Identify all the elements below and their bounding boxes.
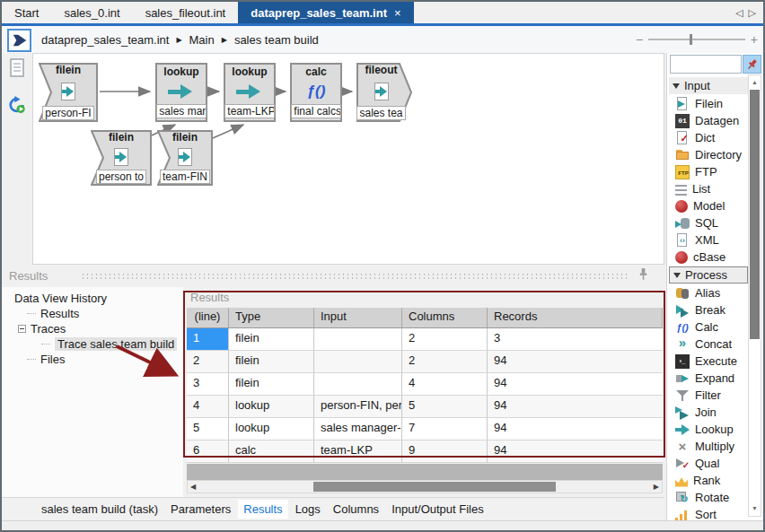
palette-item-xml[interactable]: ‹›XML [669,231,748,249]
node-filein-person-to[interactable]: filein person to [91,130,152,186]
tab-input-output-files[interactable]: Input/Output Files [386,500,489,519]
node-label: person-FI [42,106,93,120]
results-splitter[interactable]: Results [2,265,664,287]
zoom-in-icon[interactable]: + [751,32,758,47]
palette-item-datagen[interactable]: 01Datagen [669,112,748,129]
lookup-icon [168,83,195,99]
palette-item-cbase[interactable]: cBase [669,249,748,266]
close-tab-icon[interactable]: × [394,6,401,20]
selected-cell[interactable]: 1 [187,328,229,350]
pin-panel-icon[interactable] [638,267,648,281]
palette-item-ftp[interactable]: FTPFTP [669,163,748,180]
palette-item-expand[interactable]: Expand [669,370,748,387]
table-row[interactable]: 2 filein 2 94 [187,351,663,373]
tab-sales-team-build-task[interactable]: sales team build (task) [36,500,163,519]
node-filein-person-fi[interactable]: filein person-FI [39,63,98,122]
splitter-label: Results [9,269,48,283]
scroll-left-icon[interactable]: ◀ [190,481,196,493]
collapse-triangle-icon [673,273,681,278]
node-calc-final-calcs[interactable]: calc ƒ() final calcs [290,63,342,122]
palette-pin-button[interactable] [743,55,761,74]
tab-sales-0[interactable]: sales_0.int [51,2,132,23]
component-palette: Input Filein 01Datagen ✓Dict Directory F… [666,53,763,520]
table-row[interactable]: 3 filein 4 94 [187,373,663,396]
palette-item-rank[interactable]: Rank [669,472,748,489]
column-header-input[interactable]: Input [314,308,402,327]
palette-item-list[interactable]: List [669,180,748,197]
palette-item-calc[interactable]: ƒ()Calc [669,318,748,336]
tab-scroll-left-icon[interactable]: ◁ [735,7,743,19]
collapse-minus-icon[interactable] [18,325,26,333]
hscroll-thumb[interactable] [313,482,556,492]
zoom-slider-track[interactable] [648,39,745,40]
scroll-right-icon[interactable]: ▶ [654,481,659,493]
run-button[interactable] [7,29,31,52]
palette-item-join[interactable]: Join [669,404,748,421]
palette-item-alias[interactable]: Alias [669,284,748,301]
palette-item-filein[interactable]: Filein [669,95,748,112]
breadcrumb-file[interactable]: dataprep_sales_team.int [41,33,169,47]
run-history-icon[interactable] [8,95,26,115]
flow-canvas[interactable]: filein person-FI lookup sales man lookup… [32,53,664,265]
tab-dataprep-sales-team[interactable]: dataprep_sales_team.int × [238,2,413,23]
tree-connector [41,344,50,344]
palette-item-lookup[interactable]: Lookup [669,421,748,438]
column-header-type[interactable]: Type [229,308,314,327]
column-header-records[interactable]: Records [488,308,663,327]
tree-item-trace-sales-team-build[interactable]: Trace sales team build [41,336,177,351]
column-header-line[interactable]: (line) [187,308,229,327]
datagen-icon: 01 [675,114,690,128]
data-view-history-title: Data View History [14,292,107,305]
node-filein-team-fin[interactable]: filein team-FIN [157,130,213,186]
palette-section-process[interactable]: Process [669,266,748,283]
tree-item-files[interactable]: Files [27,352,65,366]
node-lookup-team-lkp[interactable]: lookup team-LKP [224,63,276,122]
rotate-icon: ↻ [675,491,690,505]
tree-item-results[interactable]: Results [27,306,79,320]
palette-item-sql[interactable]: SQL [669,214,748,231]
tab-scroll-right-icon[interactable]: ▷ [749,7,756,19]
notes-icon[interactable] [8,58,26,78]
tab-results[interactable]: Results [238,500,287,519]
palette-item-model[interactable]: Model [669,197,748,214]
column-header-columns[interactable]: Columns [402,308,488,327]
palette-section-input[interactable]: Input [669,77,748,94]
breadcrumb-separator-icon: ▶ [176,36,181,44]
palette-scrollbar[interactable]: ▲ ▼ [748,74,761,517]
palette-item-filter[interactable]: Filter [669,387,748,404]
scroll-down-icon[interactable]: ▼ [749,503,761,514]
table-row[interactable]: 5 lookup sales manager-L... 7 94 [187,418,663,440]
results-horizontal-scrollbar[interactable]: ◀ ▶ [187,480,663,493]
breadcrumb-task[interactable]: sales team build [234,33,319,47]
palette-scrollbar-thumb[interactable] [750,90,760,339]
tab-logs[interactable]: Logs [290,500,326,519]
table-row[interactable]: 4 lookup person-FIN, pers... 5 94 [187,396,663,418]
concat-icon: » [675,337,690,352]
palette-item-rotate[interactable]: ↻Rotate [669,489,748,506]
tab-sales-fileout[interactable]: sales_fileout.int [133,2,239,23]
palette-item-break[interactable]: Break [669,301,748,318]
tab-columns[interactable]: Columns [328,500,384,519]
zoom-slider-thumb[interactable] [690,34,692,45]
palette-item-multiply[interactable]: ×Multiply [669,438,748,455]
toolbar-row: dataprep_sales_team.int ▶ Main ▶ sales t… [2,26,763,53]
palette-item-qual[interactable]: ✓Qual [669,455,748,472]
zoom-out-icon[interactable]: − [636,32,643,47]
table-row[interactable]: 6 calc team-LKP 9 94 [187,440,663,463]
node-fileout-sales-tea[interactable]: fileout sales tea [356,63,412,122]
splitter-grip[interactable] [81,273,629,280]
tab-start[interactable]: Start [2,2,51,23]
scroll-up-icon[interactable]: ▲ [749,77,761,88]
palette-item-dict[interactable]: ✓Dict [669,129,748,146]
tab-parameters[interactable]: Parameters [165,500,236,519]
tab-scroll-nav: ◁ ▷ [735,2,763,23]
status-bar [2,520,763,532]
table-row[interactable]: 1 filein 2 3 [187,328,663,351]
breadcrumb-main[interactable]: Main [189,33,215,47]
palette-search-input[interactable] [670,55,742,74]
node-lookup-sales-man[interactable]: lookup sales man [155,63,207,122]
palette-item-directory[interactable]: Directory [669,146,748,163]
palette-item-concat[interactable]: »Concat [669,336,748,353]
palette-item-execute[interactable]: ›_Execute [669,353,748,370]
tree-item-traces[interactable]: Traces [18,321,66,336]
